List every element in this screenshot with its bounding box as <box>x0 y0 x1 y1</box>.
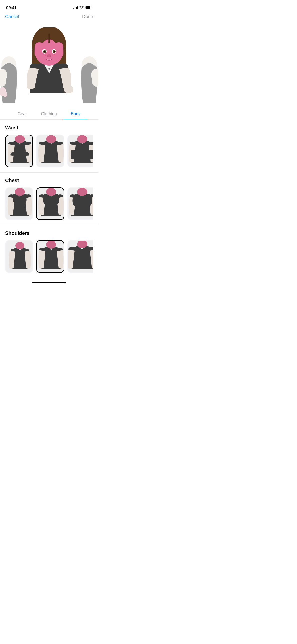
waist-title: Waist <box>5 125 93 131</box>
done-button[interactable]: Done <box>82 14 93 19</box>
svg-point-10 <box>48 68 50 70</box>
svg-point-45 <box>77 135 87 143</box>
waist-option-1[interactable] <box>5 135 33 167</box>
shoulders-title: Shoulders <box>5 230 93 236</box>
cancel-button[interactable]: Cancel <box>5 14 19 19</box>
svg-rect-1 <box>86 6 90 9</box>
category-tabs: Gear Clothing Body <box>0 108 98 120</box>
chest-section: Chest <box>0 173 98 225</box>
svg-point-30 <box>56 53 57 54</box>
svg-point-37 <box>15 135 25 143</box>
svg-point-41 <box>46 135 56 143</box>
signal-icon <box>73 6 78 9</box>
svg-point-49 <box>15 188 25 196</box>
svg-point-57 <box>77 188 87 196</box>
shoulders-section: Shoulders <box>0 225 98 278</box>
shoulders-option-2[interactable] <box>36 240 64 273</box>
svg-point-6 <box>3 91 7 97</box>
svg-point-27 <box>42 53 43 54</box>
avatar-side-left <box>0 43 20 108</box>
home-bar <box>32 282 66 283</box>
shoulders-option-1[interactable] <box>5 240 33 273</box>
svg-point-63 <box>15 242 24 249</box>
waist-option-3[interactable] <box>67 135 93 167</box>
svg-point-26 <box>45 55 46 56</box>
svg-point-61 <box>82 200 89 205</box>
svg-point-28 <box>54 54 55 55</box>
battery-icon <box>85 6 92 10</box>
waist-option-2[interactable] <box>36 135 64 167</box>
shoulders-option-3[interactable] <box>67 240 93 273</box>
svg-point-53 <box>46 188 56 196</box>
chest-options <box>5 187 93 225</box>
svg-point-25 <box>43 54 44 55</box>
svg-point-24 <box>50 55 51 57</box>
svg-point-29 <box>53 55 53 56</box>
tab-clothing[interactable]: Clothing <box>34 110 64 119</box>
wifi-icon <box>79 6 84 10</box>
avatar-side-right <box>78 43 98 108</box>
nav-bar: Cancel Done <box>0 12 98 22</box>
chest-option-1[interactable] <box>5 187 33 220</box>
shoulders-options <box>5 240 93 278</box>
tab-body[interactable]: Body <box>64 110 88 119</box>
status-bar: 09:41 <box>0 0 98 12</box>
status-time: 09:41 <box>6 5 17 10</box>
waist-options <box>5 135 93 172</box>
svg-point-60 <box>75 200 82 205</box>
status-icons <box>73 6 92 10</box>
body-content: Waist <box>0 120 98 278</box>
home-indicator <box>0 280 98 284</box>
waist-section: Waist <box>0 120 98 173</box>
tab-gear[interactable]: Gear <box>11 110 34 119</box>
svg-point-21 <box>54 51 55 51</box>
svg-point-23 <box>47 55 49 57</box>
chest-option-3[interactable] <box>67 187 93 220</box>
chest-title: Chest <box>5 178 93 183</box>
avatar-preview <box>0 22 98 108</box>
svg-point-20 <box>45 51 45 51</box>
avatar-main <box>20 27 78 108</box>
chest-option-2[interactable] <box>36 187 64 220</box>
